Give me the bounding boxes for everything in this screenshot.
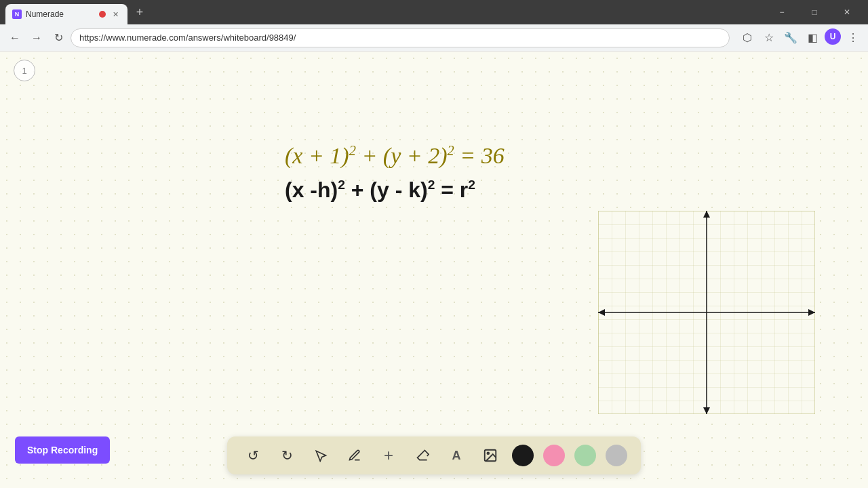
text-button[interactable]: A xyxy=(444,443,469,468)
close-button[interactable]: ✕ xyxy=(831,2,863,22)
color-pink[interactable] xyxy=(543,445,565,466)
browser-tab[interactable]: N Numerade ✕ xyxy=(5,4,127,24)
pen-button[interactable] xyxy=(342,443,367,468)
math-content: (x + 1)2 + (y + 2)2 = 36 (x -h)2 + (y - … xyxy=(285,140,505,205)
refresh-button[interactable]: ↻ xyxy=(49,28,68,47)
browser-frame: N Numerade ✕ + − □ ✕ ← → ↻ https://www.n… xyxy=(0,0,868,488)
undo-button[interactable]: ↺ xyxy=(241,443,265,468)
color-green[interactable] xyxy=(574,445,596,466)
bottom-toolbar: ↺ ↻ + A xyxy=(227,436,641,474)
color-black[interactable] xyxy=(512,445,534,466)
redo-button[interactable]: ↻ xyxy=(275,443,299,468)
image-button[interactable] xyxy=(478,443,502,468)
tab-recording-indicator xyxy=(99,11,106,18)
eraser-button[interactable] xyxy=(410,443,435,468)
nav-icons: ⬡ ☆ 🔧 ◧ U ⋮ xyxy=(738,28,863,47)
cast-icon[interactable]: ⬡ xyxy=(738,28,757,47)
extension2-icon[interactable]: ◧ xyxy=(803,28,822,47)
coordinate-grid xyxy=(598,211,815,414)
back-button[interactable]: ← xyxy=(5,28,24,47)
color-gray[interactable] xyxy=(606,445,627,466)
equation-1: (x + 1)2 + (y + 2)2 = 36 xyxy=(285,140,505,172)
tab-close-button[interactable]: ✕ xyxy=(110,9,121,20)
add-button[interactable]: + xyxy=(376,443,401,468)
stop-recording-button[interactable]: Stop Recording xyxy=(15,436,110,464)
whiteboard[interactable]: 1 (x + 1)2 + (y + 2)2 = 36 (x -h)2 + (y … xyxy=(0,52,868,488)
equation-2: (x -h)2 + (y - k)2 = r2 xyxy=(285,175,505,205)
forward-button[interactable]: → xyxy=(27,28,46,47)
window-controls: − □ ✕ xyxy=(761,2,868,22)
bookmark-icon[interactable]: ☆ xyxy=(760,28,778,47)
tab-title: Numerade xyxy=(26,9,95,19)
maximize-button[interactable]: □ xyxy=(799,2,830,22)
tab-favicon: N xyxy=(12,9,22,19)
select-button[interactable] xyxy=(309,443,333,468)
address-bar[interactable]: https://www.numerade.com/answers/whitebo… xyxy=(71,28,730,47)
minimize-button[interactable]: − xyxy=(766,2,797,22)
menu-icon[interactable]: ⋮ xyxy=(844,28,863,47)
page-number: 1 xyxy=(14,60,35,81)
extension-icon[interactable]: 🔧 xyxy=(781,28,800,47)
title-bar: N Numerade ✕ + − □ ✕ xyxy=(0,0,868,24)
profile-avatar[interactable]: U xyxy=(825,28,841,45)
nav-bar: ← → ↻ https://www.numerade.com/answers/w… xyxy=(0,24,868,52)
svg-point-10 xyxy=(487,452,489,454)
new-tab-button[interactable]: + xyxy=(130,3,149,22)
